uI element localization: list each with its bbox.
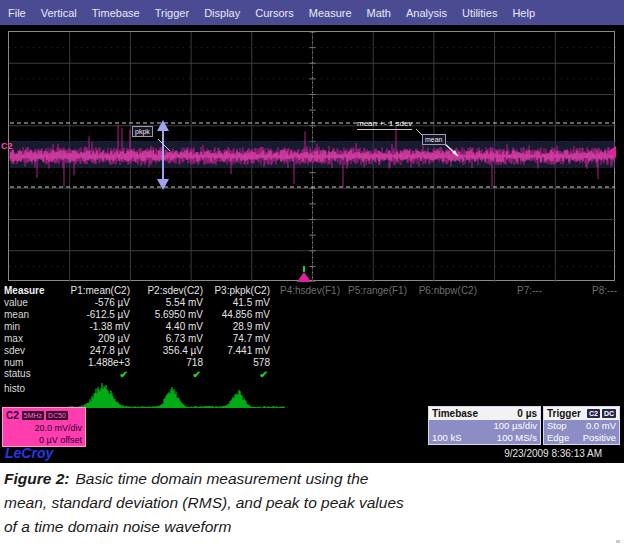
row-label-value: value <box>4 297 28 309</box>
menu-item-vertical[interactable]: Vertical <box>41 7 77 19</box>
row-label-min: min <box>4 321 20 333</box>
figure-caption-line-2: mean, standard deviation (RMS), and peak… <box>4 491 544 515</box>
menu-item-timebase[interactable]: Timebase <box>92 7 140 19</box>
row-label-status: status <box>4 368 31 380</box>
trigger-title: Trigger <box>547 408 581 419</box>
p3-num: 578 <box>188 357 270 369</box>
menu-item-display[interactable]: Display <box>204 7 240 19</box>
trigger-mode: Stop <box>547 420 567 432</box>
figure-caption-label: Figure 2: <box>4 470 69 487</box>
page: FileVerticalTimebaseTriggerDisplayCursor… <box>0 0 624 547</box>
p3-sdev: 7.441 mV <box>188 345 270 357</box>
timebase-position: 0 µs <box>517 408 537 419</box>
channel-scale: 20.0 mV/div <box>6 422 82 434</box>
p1-sdev: 247.8 µV <box>48 345 130 357</box>
trigger-tick-icon <box>303 266 305 272</box>
p1-min: -1.38 mV <box>48 321 130 333</box>
trigger-level-marker-icon[interactable] <box>607 146 616 158</box>
bandwidth-badge: 5MHz <box>22 411 44 420</box>
param-header-p8[interactable]: P8:--- <box>535 285 617 297</box>
menu-item-measure[interactable]: Measure <box>309 7 352 19</box>
param-header-p7[interactable]: P7:--- <box>460 285 542 297</box>
menu-item-help[interactable]: Help <box>512 7 535 19</box>
waveform-plot <box>9 32 616 282</box>
p3-min: 28.9 mV <box>188 321 270 333</box>
parameter-histograms <box>62 383 292 409</box>
trigger-descriptor[interactable]: Trigger C2 DC Stop 0.0 mV Edge Positive <box>543 406 620 445</box>
timebase-scale: 100 µs/div <box>494 420 538 432</box>
figure-caption-line-3: of a time domain noise waveform <box>4 515 544 539</box>
trigger-time-marker-icon[interactable] <box>297 272 311 282</box>
mean-sdev-annotation: mean +- 1 sdev <box>357 119 412 130</box>
param-column-p3: P3:pkpk(C2) 41.5 mV 44.856 mV 28.9 mV 74… <box>188 285 270 381</box>
channel-label: C2 <box>6 410 19 421</box>
p1-num: 1.488e+3 <box>48 357 130 369</box>
trigger-coupling-badge: DC <box>602 409 616 418</box>
oscilloscope-screen: FileVerticalTimebaseTriggerDisplayCursor… <box>0 0 624 463</box>
figure-caption-line-1: Basic time domain measurement using the <box>75 470 368 487</box>
menu-item-cursors[interactable]: Cursors <box>255 7 294 19</box>
timebase-title: Timebase <box>432 408 478 419</box>
row-label-sdev: sdev <box>4 345 25 357</box>
p3-status-check-icon: ✔ <box>188 369 270 381</box>
p3-mean: 44.856 mV <box>188 309 270 321</box>
timebase-rate: 100 MS/s <box>497 432 537 444</box>
row-label-mean: mean <box>4 309 29 321</box>
p3-max: 74.7 mV <box>188 333 270 345</box>
menu-item-analysis[interactable]: Analysis <box>406 7 447 19</box>
trigger-source-badge: C2 <box>587 409 600 418</box>
trigger-type: Edge <box>547 432 569 444</box>
p1-mean: -612.5 µV <box>48 309 130 321</box>
p3-value: 41.5 mV <box>188 297 270 309</box>
param-header-p1[interactable]: P1:mean(C2) <box>48 285 130 297</box>
datetime-stamp: 9/23/2009 8:36:13 AM <box>460 448 602 459</box>
row-label-histo: histo <box>4 383 25 395</box>
channel-c2-offset-marker[interactable]: C2 <box>1 141 13 151</box>
channel-c2-descriptor[interactable]: C2 5MHz DC50 20.0 mV/div 0 µV offset <box>2 407 86 447</box>
mean-annotation: mean <box>422 134 446 145</box>
param-column-p1: P1:mean(C2) -576 µV -612.5 µV -1.38 mV 2… <box>48 285 130 381</box>
p1-max: 209 µV <box>48 333 130 345</box>
menu-item-math[interactable]: Math <box>367 7 391 19</box>
menu-bar: FileVerticalTimebaseTriggerDisplayCursor… <box>0 0 624 25</box>
param-column-p7: P7:--- <box>460 285 542 297</box>
trigger-slope: Positive <box>583 432 616 444</box>
figure-caption: Figure 2:Basic time domain measurement u… <box>4 467 544 539</box>
timebase-descriptor[interactable]: Timebase 0 µs 100 µs/div 100 kS 100 MS/s <box>428 406 541 445</box>
timebase-samples: 100 kS <box>432 432 462 444</box>
p1-value: -576 µV <box>48 297 130 309</box>
coupling-badge: DC50 <box>46 411 68 420</box>
waveform-grid: pkpk mean +- 1 sdev mean <box>8 31 615 281</box>
row-label-max: max <box>4 333 23 345</box>
menu-item-trigger[interactable]: Trigger <box>155 7 189 19</box>
menu-item-file[interactable]: File <box>8 7 26 19</box>
cursor-artifact <box>616 540 620 543</box>
lecroy-logo: LeCroy <box>5 445 53 461</box>
p1-status-check-icon: ✔ <box>48 369 130 381</box>
param-column-p8: P8:--- <box>535 285 617 297</box>
measure-table-title: Measure <box>4 285 45 296</box>
pkpk-annotation: pkpk <box>132 126 153 137</box>
trigger-level: 0.0 mV <box>586 420 616 432</box>
menu-item-utilities[interactable]: Utilities <box>462 7 497 19</box>
